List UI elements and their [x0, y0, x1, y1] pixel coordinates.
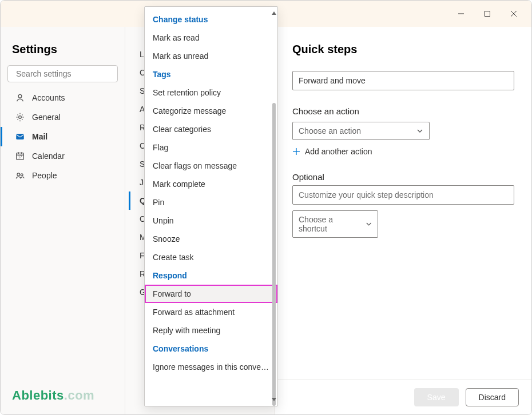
choose-action-heading: Choose an action — [292, 106, 514, 116]
main-body: Quick steps Choose an action Choose an a… — [275, 27, 531, 380]
dropdown-item[interactable]: Create task — [145, 248, 277, 266]
dropdown-item[interactable]: Forward as attachment — [145, 303, 277, 321]
nav-accounts[interactable]: Accounts — [1, 88, 118, 107]
dropdown-group-header: Tags — [145, 65, 277, 83]
calendar-icon: 17 — [15, 151, 25, 161]
dropdown-item[interactable]: Set retention policy — [145, 83, 277, 102]
minimize-button[interactable] — [448, 4, 474, 23]
dropdown-group-header: Respond — [145, 266, 277, 285]
settings-nav: Settings Accounts General Mail 17 Calend… — [1, 27, 125, 414]
dropdown-item[interactable]: Mark complete — [145, 175, 277, 193]
dropdown-item[interactable]: Clear categories — [145, 120, 277, 138]
nav-label: Accounts — [32, 93, 65, 102]
action-dropdown: Change statusMark as readMark as unreadT… — [144, 6, 278, 406]
nav-label: General — [32, 113, 61, 122]
scroll-up-arrow[interactable] — [272, 11, 276, 15]
nav-label: Calendar — [32, 151, 65, 161]
dropdown-item[interactable]: Categorize message — [145, 102, 277, 120]
dropdown-group-header: Conversations — [145, 340, 277, 358]
close-button[interactable] — [501, 4, 527, 23]
chevron-down-icon — [366, 221, 372, 228]
search-settings[interactable] — [7, 65, 118, 82]
nav-calendar[interactable]: 17 Calendar — [1, 146, 118, 166]
choose-action-select[interactable]: Choose an action — [292, 122, 430, 140]
settings-title: Settings — [7, 27, 118, 65]
add-another-action[interactable]: Add another action — [292, 147, 514, 156]
scroll-down-arrow[interactable] — [272, 398, 276, 401]
choose-action-placeholder: Choose an action — [299, 126, 361, 135]
dropdown-scrollbar[interactable] — [272, 11, 276, 401]
nav-label: People — [32, 171, 57, 180]
svg-point-6 — [18, 94, 22, 98]
close-icon — [510, 10, 517, 17]
svg-text:17: 17 — [18, 155, 22, 159]
shortcut-select[interactable]: Choose a shortcut — [292, 210, 378, 238]
dropdown-item[interactable]: Clear flags on message — [145, 157, 277, 175]
dropdown-item[interactable]: Reply with meeting — [145, 321, 277, 340]
svg-rect-8 — [16, 134, 24, 139]
nav-people[interactable]: People — [1, 166, 118, 185]
svg-point-15 — [21, 174, 23, 176]
dropdown-item[interactable]: Mark as unread — [145, 47, 277, 65]
plus-icon — [292, 147, 300, 155]
dropdown-item[interactable]: Ignore messages in this conver... — [145, 358, 277, 376]
maximize-button[interactable] — [474, 4, 501, 23]
main-panel: Quick steps Choose an action Choose an a… — [275, 27, 531, 414]
description-input[interactable] — [292, 185, 514, 205]
person-icon — [15, 93, 25, 103]
optional-heading: Optional — [292, 172, 514, 182]
dropdown-item[interactable]: Snooze — [145, 230, 277, 248]
svg-point-7 — [19, 116, 22, 119]
dropdown-list[interactable]: Change statusMark as readMark as unreadT… — [145, 7, 277, 406]
shortcut-placeholder: Choose a shortcut — [299, 215, 361, 233]
dropdown-item[interactable]: Forward to — [145, 285, 277, 303]
panel-footer: Save Discard — [275, 380, 531, 414]
dropdown-item[interactable]: Flag — [145, 138, 277, 157]
dropdown-item[interactable]: Pin — [145, 193, 277, 212]
maximize-icon — [484, 10, 491, 17]
mail-icon — [15, 131, 25, 142]
dropdown-item[interactable]: Unpin — [145, 212, 277, 230]
dropdown-group-header: Change status — [145, 10, 277, 29]
svg-point-14 — [17, 173, 20, 176]
app-window: Settings Accounts General Mail 17 Calend… — [0, 0, 532, 415]
save-button[interactable]: Save — [414, 388, 459, 406]
scroll-thumb[interactable] — [272, 103, 276, 406]
nav-general[interactable]: General — [1, 107, 118, 127]
minimize-icon — [458, 10, 464, 17]
quickstep-name-input[interactable] — [292, 71, 514, 90]
search-input[interactable] — [16, 69, 116, 78]
brand-logo: Ablebits.com — [7, 384, 118, 408]
discard-button[interactable]: Discard — [466, 388, 519, 406]
people-icon — [15, 170, 25, 181]
svg-rect-1 — [485, 11, 490, 17]
nav-label: Mail — [32, 132, 47, 141]
page-title: Quick steps — [292, 43, 514, 56]
chevron-down-icon — [416, 127, 423, 134]
dropdown-item[interactable]: Mark as read — [145, 29, 277, 47]
nav-mail[interactable]: Mail — [1, 127, 118, 146]
gear-icon — [15, 112, 25, 122]
